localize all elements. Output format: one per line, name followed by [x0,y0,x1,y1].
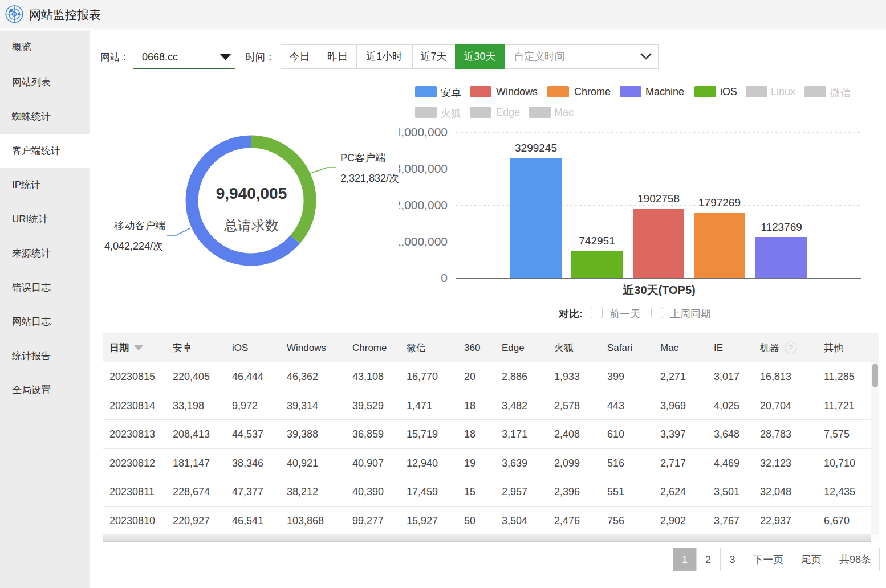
svg-text:?: ? [789,342,793,352]
